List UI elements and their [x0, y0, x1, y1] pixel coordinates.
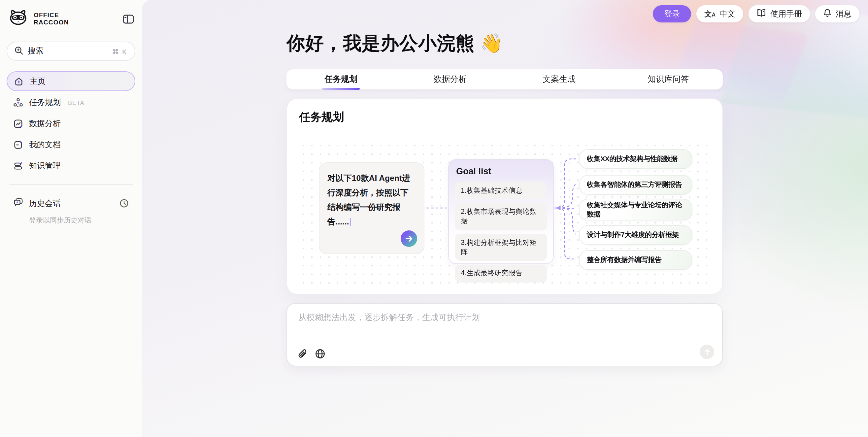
composer	[286, 303, 723, 366]
tab-task-planning[interactable]: 任务规划	[286, 69, 396, 89]
document-icon	[13, 139, 23, 150]
tab-data-analysis[interactable]: 数据分析	[396, 69, 505, 89]
subtask-box: 收集各智能体的第三方评测报告	[579, 175, 692, 195]
manual-button[interactable]: 使用手册	[748, 5, 810, 23]
sidebar-divider	[9, 184, 133, 185]
sidebar-item-label: 任务规划	[29, 97, 61, 108]
sidebar-item-label: 数据分析	[29, 118, 61, 129]
login-button[interactable]: 登录	[653, 5, 691, 23]
active-tab-indicator	[322, 88, 360, 90]
sidebar-item-knowledge[interactable]: 知识管理	[7, 156, 135, 176]
subtask-box: 收集社交媒体与专业论坛的评论数据	[579, 199, 692, 220]
web-search-button[interactable]	[315, 348, 326, 359]
brand: OFFICE RACCOON	[7, 7, 135, 31]
page-title: 你好，我是办公小浣熊 👋	[286, 31, 503, 56]
book-icon	[756, 8, 766, 19]
bell-icon	[823, 8, 832, 20]
sidebar-item-data-analysis[interactable]: 数据分析	[7, 114, 135, 133]
goal-item: 1.收集基础技术信息	[455, 182, 547, 199]
sidebar-item-my-documents[interactable]: 我的文档	[7, 135, 135, 154]
arrow-right-icon	[405, 235, 413, 243]
app-root: OFFICE RACCOON 搜索 ⌘ K	[0, 0, 868, 437]
chat-history-icon	[13, 197, 23, 209]
header-actions: 登录 文A 中文 使用手册	[653, 5, 860, 23]
user-prompt-box: 对以下10款AI Agent进行深度分析，按照以下结构编写一份研究报告.....…	[319, 162, 425, 254]
task-planning-card: 任务规划 对以下10款AI Agent进行深度分析，按照以下结构编写一份研究报告	[286, 98, 723, 294]
sidebar-item-home[interactable]: 主页	[7, 71, 135, 91]
sidebar-nav: 主页 任务规划 BETA	[7, 71, 135, 176]
login-label: 登录	[664, 8, 680, 20]
card-title: 任务规划	[299, 110, 344, 125]
raccoon-logo-icon	[8, 9, 28, 28]
goal-item: 2.收集市场表现与舆论数据	[455, 203, 547, 230]
stack-icon	[13, 161, 23, 170]
messages-button[interactable]: 消息	[815, 5, 860, 23]
clock-icon[interactable]	[120, 199, 129, 208]
history-label: 历史会话	[29, 198, 61, 209]
prompt-send-button[interactable]	[401, 230, 417, 247]
goal-list-card: Goal list 1.收集基础技术信息 2.收集市场表现与舆论数据 3.构建分…	[448, 159, 554, 264]
sidebar-item-label: 知识管理	[29, 160, 61, 171]
search-shortcut: ⌘ K	[112, 47, 127, 55]
text-cursor	[350, 218, 351, 226]
subtask-box: 设计与制作7大维度的分析框架	[579, 225, 692, 245]
sidebar-item-task-planning[interactable]: 任务规划 BETA	[7, 92, 135, 112]
brand-name: OFFICE RACCOON	[34, 11, 69, 26]
arrow-up-icon	[703, 348, 711, 355]
search-input[interactable]: 搜索 ⌘ K	[7, 41, 135, 61]
goal-list-title: Goal list	[456, 166, 547, 176]
subtask-box: 收集XX的技术架构与性能数据	[579, 149, 692, 169]
beta-badge: BETA	[68, 99, 85, 106]
composer-send-button[interactable]	[700, 345, 714, 359]
history-login-hint: 登录以同步历史对话	[7, 213, 135, 225]
composer-input[interactable]	[298, 312, 711, 341]
sidebar-item-label: 主页	[30, 75, 45, 87]
task-flow-diagram: 对以下10款AI Agent进行深度分析，按照以下结构编写一份研究报告.....…	[297, 138, 713, 286]
sidebar-item-history[interactable]: 历史会话	[7, 193, 135, 213]
sidebar-item-label: 我的文档	[29, 139, 61, 150]
attach-file-button[interactable]	[298, 348, 308, 359]
home-icon	[14, 76, 24, 86]
search-placeholder: 搜索	[28, 45, 43, 57]
goal-item: 3.构建分析框架与比对矩阵	[455, 234, 547, 261]
language-label: 中文	[719, 8, 735, 20]
manual-label: 使用手册	[770, 8, 802, 20]
messages-label: 消息	[836, 8, 851, 20]
language-button[interactable]: 文A 中文	[696, 5, 743, 23]
translate-icon: 文A	[704, 10, 715, 18]
prompt-text: 对以下10款AI Agent进行深度分析，按照以下结构编写一份研究报告.....…	[328, 171, 416, 229]
main-area: 登录 文A 中文 使用手册	[142, 0, 868, 437]
nodes-icon	[13, 97, 23, 107]
content-column: 你好，我是办公小浣熊 👋 任务规划 数据分析 文案生成 知识库问答 任务规划	[286, 0, 723, 437]
tab-knowledge-qa[interactable]: 知识库问答	[614, 69, 723, 89]
search-icon	[14, 45, 23, 57]
subtask-box: 整合所有数据并编写报告	[579, 250, 692, 270]
sidebar: OFFICE RACCOON 搜索 ⌘ K	[0, 0, 142, 437]
tab-copywriting[interactable]: 文案生成	[505, 69, 614, 89]
goal-item: 4.生成最终研究报告	[455, 264, 547, 282]
sidebar-collapse-icon[interactable]	[123, 14, 134, 24]
paperclip-icon	[298, 348, 308, 359]
composer-tools	[298, 348, 326, 359]
chart-icon	[13, 119, 23, 128]
feature-tabs: 任务规划 数据分析 文案生成 知识库问答	[286, 69, 723, 90]
globe-icon	[315, 348, 326, 359]
